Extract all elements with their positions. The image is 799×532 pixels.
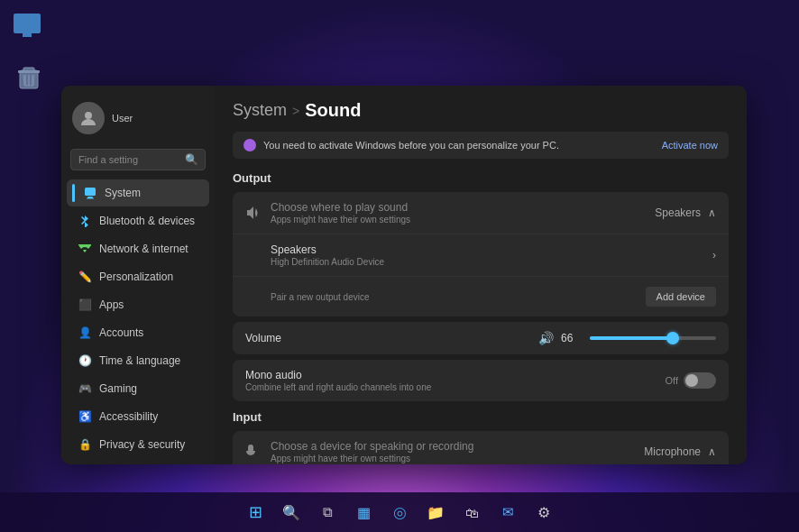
output-card: Choose where to play sound Apps might ha…: [233, 192, 729, 316]
volume-fill: [590, 336, 673, 340]
recycle-bin-icon[interactable]: [16, 63, 41, 90]
speakers-text: Speakers High Definition Audio Device: [271, 243, 712, 267]
mono-audio-row: Mono audio Combine left and right audio …: [233, 360, 729, 401]
breadcrumb-current: Sound: [305, 100, 361, 121]
settings-sidebar: User 🔍 System Bluetooth & devices: [61, 86, 215, 464]
desktop: User 🔍 System Bluetooth & devices: [0, 0, 799, 532]
chevron-up-icon: ∧: [708, 206, 716, 219]
output-section-header: Output: [233, 171, 729, 185]
taskbar: ⊞ 🔍 ⧉ ▦ ◎ 📁 🛍 ✉ ⚙: [0, 492, 799, 532]
choose-output-text: Choose where to play sound Apps might ha…: [271, 201, 655, 225]
apps-icon: ⬛: [78, 298, 92, 312]
taskbar-settings-button[interactable]: ⚙: [528, 496, 560, 528]
breadcrumb-parent[interactable]: System: [233, 101, 287, 120]
pair-output-row: Pair a new output device Add device: [233, 277, 729, 316]
mono-toggle-label: Off: [666, 375, 678, 386]
choose-input-right: Microphone ∧: [644, 445, 716, 458]
recycle-bin-shape: [16, 63, 41, 90]
speakers-subtitle: High Definition Audio Device: [271, 257, 712, 267]
mono-audio-card: Mono audio Combine left and right audio …: [233, 360, 729, 401]
choose-output-title: Choose where to play sound: [271, 201, 655, 214]
taskbar-explorer-button[interactable]: 📁: [419, 496, 452, 528]
sidebar-item-network-label: Network & internet: [99, 243, 188, 255]
taskbar-taskview-button[interactable]: ⧉: [311, 496, 344, 528]
user-section: User: [61, 95, 215, 145]
avatar: [72, 102, 105, 134]
choose-input-value: Microphone: [644, 445, 701, 458]
speakers-row[interactable]: Speakers High Definition Audio Device ›: [233, 234, 729, 277]
sidebar-item-gaming-label: Gaming: [99, 382, 137, 395]
user-name: User: [112, 113, 133, 124]
svg-rect-7: [85, 188, 96, 196]
volume-icon: 🔊: [538, 331, 554, 345]
choose-output-row[interactable]: Choose where to play sound Apps might ha…: [233, 192, 729, 234]
monitor-desktop-icon[interactable]: [14, 14, 41, 33]
taskview-icon: ⧉: [323, 504, 333, 520]
sidebar-item-personalization-label: Personalization: [99, 271, 173, 283]
sidebar-item-apps[interactable]: ⬛ Apps: [67, 291, 209, 318]
input-section-header: Input: [233, 410, 729, 424]
input-chevron-up-icon: ∧: [708, 445, 716, 458]
sidebar-item-bluetooth-label: Bluetooth & devices: [99, 215, 195, 227]
choose-output-value: Speakers: [655, 206, 701, 219]
speakers-chevron-icon: ›: [712, 249, 716, 261]
store-icon: 🛍: [465, 505, 479, 520]
sidebar-item-gaming[interactable]: 🎮 Gaming: [67, 375, 209, 402]
activation-text: You need to activate Windows before you …: [263, 140, 559, 151]
taskbar-store-button[interactable]: 🛍: [455, 496, 488, 528]
mono-toggle-switch[interactable]: [684, 372, 716, 389]
sidebar-item-network[interactable]: Network & internet: [67, 235, 209, 262]
sidebar-item-system[interactable]: System: [67, 179, 209, 206]
breadcrumb-separator: >: [292, 104, 299, 118]
personalization-icon: ✏️: [78, 270, 92, 284]
add-output-device-button[interactable]: Add device: [646, 287, 716, 307]
microphone-icon: [245, 445, 271, 459]
sidebar-item-windows-update[interactable]: 🔄 Windows Update: [67, 459, 209, 464]
volume-slider[interactable]: [590, 336, 716, 340]
sidebar-item-bluetooth[interactable]: Bluetooth & devices: [67, 207, 209, 234]
network-icon: [78, 242, 92, 256]
volume-thumb: [666, 332, 679, 344]
volume-label: Volume: [245, 332, 299, 344]
activate-now-button[interactable]: Activate now: [662, 140, 718, 151]
sidebar-item-personalization[interactable]: ✏️ Personalization: [67, 263, 209, 290]
system-icon: [83, 186, 97, 200]
taskbar-settings-icon: ⚙: [537, 504, 550, 521]
gaming-icon: 🎮: [78, 381, 92, 396]
volume-value: 66: [561, 332, 583, 344]
edge-icon: ◎: [393, 503, 407, 522]
volume-right: 🔊 66: [299, 331, 716, 345]
taskbar-search-button[interactable]: 🔍: [275, 496, 308, 528]
sidebar-item-accessibility[interactable]: ♿ Accessibility: [67, 403, 209, 430]
mail-icon: ✉: [502, 504, 514, 520]
sidebar-item-accounts[interactable]: 👤 Accounts: [67, 319, 209, 346]
choose-input-title: Choose a device for speaking or recordin…: [271, 440, 644, 453]
mono-audio-toggle[interactable]: Off: [666, 372, 716, 389]
speakers-title: Speakers: [271, 243, 712, 256]
search-box[interactable]: 🔍: [70, 149, 206, 170]
speaker-icon: [245, 206, 271, 220]
activation-banner: You need to activate Windows before you …: [233, 132, 729, 159]
time-icon: 🕐: [78, 353, 92, 368]
sidebar-item-privacy-label: Privacy & security: [99, 438, 185, 451]
mono-audio-title: Mono audio: [245, 369, 666, 381]
widgets-icon: ▦: [357, 504, 371, 521]
explorer-icon: 📁: [427, 504, 445, 521]
choose-input-row[interactable]: Choose a device for speaking or recordin…: [233, 431, 729, 464]
taskbar-search-icon: 🔍: [282, 504, 300, 521]
svg-rect-2: [18, 70, 40, 73]
main-content: System > Sound You need to activate Wind…: [215, 86, 747, 464]
sidebar-item-system-label: System: [105, 187, 141, 199]
input-card: Choose a device for speaking or recordin…: [233, 431, 729, 464]
choose-input-subtitle: Apps might have their own settings: [271, 454, 644, 463]
sidebar-item-time[interactable]: 🕐 Time & language: [67, 347, 209, 374]
choose-output-right: Speakers ∧: [655, 206, 716, 219]
breadcrumb: System > Sound: [233, 100, 729, 121]
taskbar-widgets-button[interactable]: ▦: [347, 496, 380, 528]
taskbar-windows-button[interactable]: ⊞: [239, 496, 271, 528]
taskbar-edge-button[interactable]: ◎: [383, 496, 416, 528]
taskbar-mail-button[interactable]: ✉: [491, 496, 524, 528]
search-icon: 🔍: [185, 153, 198, 166]
sidebar-item-privacy[interactable]: 🔒 Privacy & security: [67, 431, 209, 458]
svg-point-6: [85, 112, 92, 119]
